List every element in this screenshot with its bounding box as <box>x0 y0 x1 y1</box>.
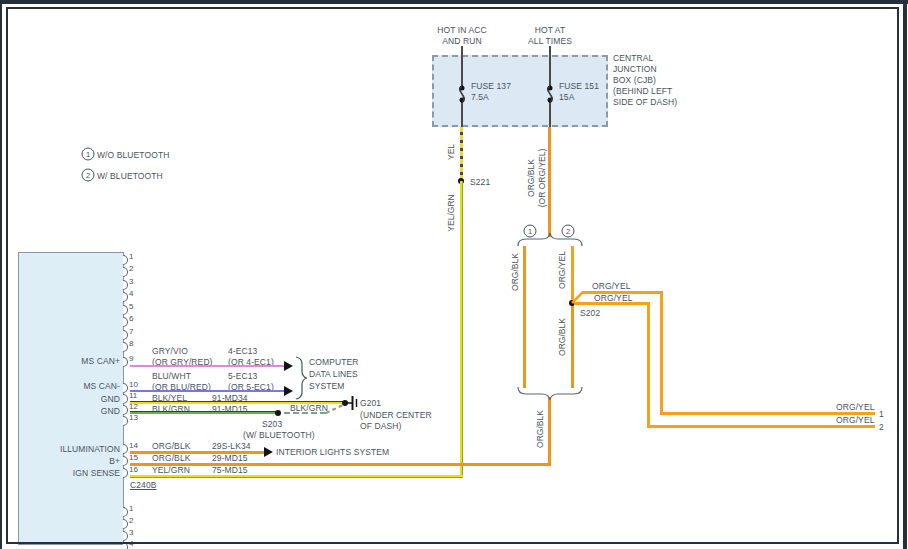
page-frame-top <box>0 0 908 4</box>
page-frame-border <box>6 7 899 544</box>
wiring-diagram-page: HOT IN ACC AND RUN HOT AT ALL TIMES FUSE… <box>0 0 908 549</box>
page-frame-left <box>0 0 2 549</box>
page-frame-right <box>903 0 907 549</box>
